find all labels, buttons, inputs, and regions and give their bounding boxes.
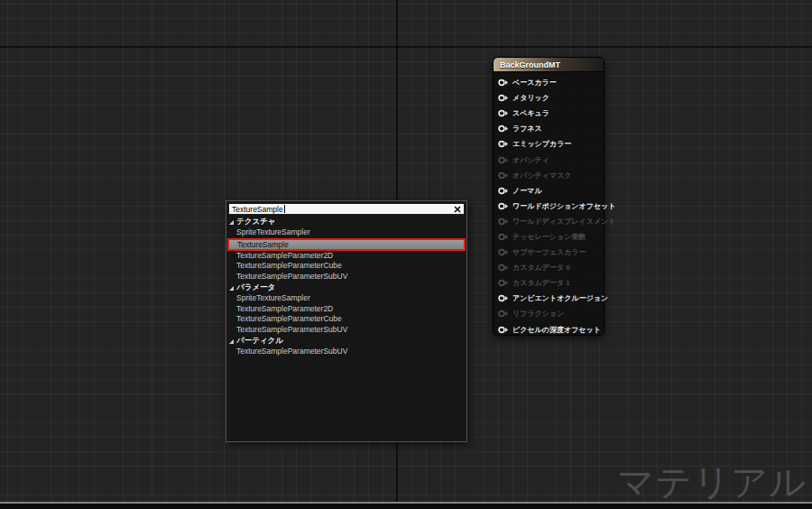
watermark-text: マテリアル: [617, 464, 807, 500]
output-pin-icon[interactable]: [498, 109, 509, 117]
menu-item[interactable]: TextureSampleParameterSubUV: [226, 272, 466, 282]
clear-search-icon[interactable]: [454, 206, 461, 213]
search-bar[interactable]: TextureSample: [228, 203, 465, 215]
output-pin-icon[interactable]: [498, 294, 509, 302]
node-pin-row: オパシティ: [494, 152, 604, 167]
category-expand-icon: [229, 220, 234, 225]
pin-label: サブサーフェスカラー: [512, 247, 586, 257]
output-pin-icon[interactable]: [498, 326, 509, 334]
search-input[interactable]: TextureSample: [232, 205, 283, 214]
pin-label: ワールドポジションオフセット: [512, 201, 615, 211]
category-label: テクスチャ: [236, 217, 276, 227]
output-pin-icon[interactable]: [498, 187, 509, 195]
node-pin-row: ラフネス: [494, 121, 604, 136]
node-pin-row: カスタムデータ 1: [494, 275, 604, 291]
output-pin-icon[interactable]: [498, 248, 509, 256]
pin-label: ベースカラー: [512, 78, 557, 88]
pin-label: カスタムデータ 1: [512, 278, 570, 288]
pin-label: スペキュラ: [512, 108, 549, 118]
pin-label: エミッシブカラー: [512, 139, 571, 149]
category-label: パーティクル: [236, 336, 283, 347]
pin-label: ピクセルの深度オフセット: [512, 325, 601, 335]
output-pin-icon[interactable]: [498, 279, 509, 287]
node-pin-row: オパシティマスク: [494, 168, 604, 183]
category-row[interactable]: パラメータ: [226, 282, 466, 293]
pin-label: ノーマル: [512, 186, 542, 196]
menu-item[interactable]: TextureSampleParameter2D: [226, 251, 466, 262]
menu-item[interactable]: SpriteTextureSampler: [226, 227, 466, 238]
pin-label: ワールドディスプレイスメント: [512, 217, 615, 227]
node-pin-row: エミッシブカラー: [494, 136, 604, 152]
node-title: BackGroundMT: [500, 60, 560, 69]
node-pin-list: ベースカラーメタリックスペキュララフネスエミッシブカラーオパシティオパシティマス…: [494, 72, 604, 338]
output-pin-icon[interactable]: [498, 202, 509, 210]
node-pin-row: サブサーフェスカラー: [494, 245, 604, 260]
node-pin-row: テッセレーション乗数: [494, 229, 604, 245]
node-pin-row: ノーマル: [494, 183, 604, 199]
horizontal-scrollbar[interactable]: [0, 502, 812, 509]
category-row[interactable]: テクスチャ: [226, 217, 466, 227]
pin-label: テッセレーション乗数: [512, 232, 586, 242]
menu-item[interactable]: SpriteTextureSampler: [226, 293, 466, 304]
pin-label: アンビエントオクルージョン: [512, 293, 608, 303]
node-pin-row: アンビエントオクルージョン: [494, 291, 604, 306]
material-result-node[interactable]: BackGroundMT ベースカラーメタリックスペキュララフネスエミッシブカラ…: [493, 57, 604, 336]
category-expand-icon: [229, 286, 234, 291]
menu-item[interactable]: TextureSampleParameter2D: [226, 304, 466, 315]
pin-label: ラフネス: [512, 124, 542, 134]
node-header[interactable]: BackGroundMT: [494, 58, 604, 72]
menu-item[interactable]: TextureSampleParameterSubUV: [226, 325, 466, 336]
pin-label: オパシティ: [512, 155, 549, 165]
node-pin-row: ワールドポジションオフセット: [494, 199, 604, 214]
node-pin-row: メタリック: [494, 90, 604, 106]
category-expand-icon: [229, 339, 234, 344]
output-pin-icon[interactable]: [498, 156, 509, 164]
menu-item[interactable]: TextureSampleParameterCube: [226, 261, 466, 272]
output-pin-icon[interactable]: [498, 264, 509, 272]
menu-item[interactable]: TextureSampleParameterSubUV: [226, 347, 466, 357]
output-pin-icon[interactable]: [498, 310, 509, 318]
menu-list: テクスチャSpriteTextureSamplerTextureSampleTe…: [226, 217, 466, 357]
output-pin-icon[interactable]: [498, 171, 509, 180]
output-pin-icon[interactable]: [498, 79, 509, 87]
category-row[interactable]: パーティクル: [226, 336, 466, 347]
output-pin-icon[interactable]: [498, 140, 509, 148]
pin-label: メタリック: [512, 93, 549, 103]
text-caret-icon: [284, 205, 285, 213]
node-pin-row: リフラクション: [494, 306, 604, 321]
output-pin-icon[interactable]: [498, 125, 509, 133]
node-pin-row: スペキュラ: [494, 106, 604, 121]
output-pin-icon[interactable]: [498, 233, 509, 241]
node-pin-row: ワールドディスプレイスメント: [494, 214, 604, 229]
node-pin-row: ベースカラー: [494, 75, 604, 90]
menu-item[interactable]: TextureSample: [227, 238, 466, 251]
node-search-context-menu: TextureSample テクスチャSpriteTextureSamplerT…: [226, 200, 467, 442]
pin-label: オパシティマスク: [512, 171, 572, 180]
node-pin-row: カスタムデータ 0: [494, 260, 604, 275]
output-pin-icon[interactable]: [498, 94, 509, 102]
menu-item[interactable]: TextureSampleParameterCube: [226, 314, 466, 325]
grid-origin-horizontal-line: [0, 46, 812, 48]
output-pin-icon[interactable]: [498, 217, 509, 226]
pin-label: リフラクション: [512, 309, 564, 319]
pin-label: カスタムデータ 0: [512, 263, 570, 273]
category-label: パラメータ: [236, 282, 275, 293]
node-pin-row: ピクセルの深度オフセット: [494, 322, 604, 338]
